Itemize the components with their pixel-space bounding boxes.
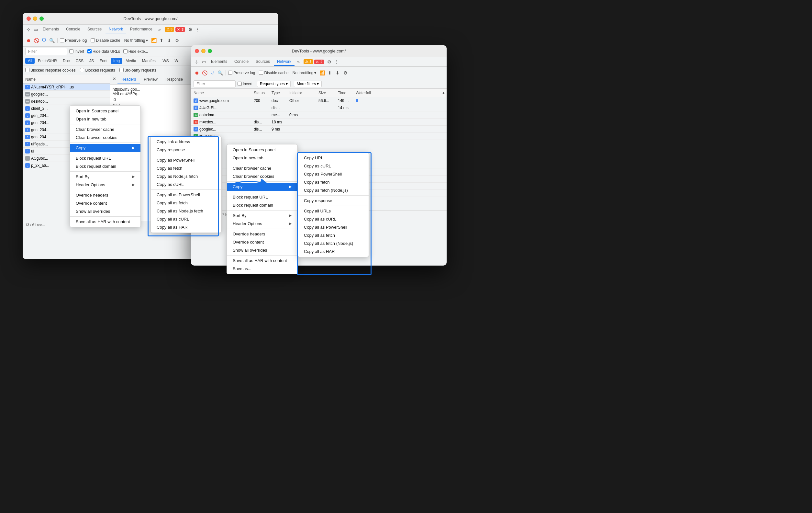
preserve-log-front[interactable]: Preserve log [228,71,255,75]
more-tabs-icon-back[interactable]: » [156,26,163,33]
invert-checkbox-back[interactable] [69,49,74,53]
tab-network-back[interactable]: Network [106,26,126,33]
menu-item-open-tab-front[interactable]: Open in new tab [227,154,297,162]
table-row[interactable]: — desktop... [23,98,110,105]
response-tab-back[interactable]: Response [162,75,187,84]
tab-performance-back[interactable]: Performance [127,26,156,33]
tab-console-front[interactable]: Console [231,58,252,66]
copy-response-back[interactable]: Copy response [151,146,221,154]
type-fetch-back[interactable]: Fetch/XHR [35,58,60,64]
type-doc-back[interactable]: Doc [60,58,72,64]
more-tabs-icon-front[interactable]: » [295,59,301,65]
copy-all-fetch-nodejs-front[interactable]: Copy all as fetch (Node.js) [298,239,369,247]
copy-fetch-front[interactable]: Copy as fetch [298,178,369,186]
copy-curl-front[interactable]: Copy as cURL [298,162,369,170]
menu-item-copy-back[interactable]: Copy ▶ [70,144,141,152]
search-icon-front[interactable]: 🔍 [217,70,223,76]
copy-all-fetch-front[interactable]: Copy all as fetch [298,231,369,239]
type-css-back[interactable]: CSS [73,58,86,64]
disable-cache-checkbox-front[interactable] [259,71,263,75]
close-button-front[interactable] [195,49,199,53]
copy-fetch-back[interactable]: Copy as fetch [151,164,221,172]
disable-cache-checkbox-back[interactable] [91,38,95,43]
settings-icon-front[interactable]: ⚙ [326,59,332,65]
menu-item-override-headers-front[interactable]: Override headers [227,230,297,238]
table-row[interactable]: d ANLem4YSR_cRPH...us [23,84,110,91]
wifi-icon-front[interactable]: 📶 [319,70,325,76]
more-icon-back[interactable]: ⋮ [194,26,201,33]
menu-item-save-har-back[interactable]: Save all as HAR with content [70,218,141,226]
tab-sources-front[interactable]: Sources [253,58,273,66]
record-icon-back[interactable]: ⏺ [25,37,32,44]
invert-checkbox-front[interactable] [237,82,242,86]
minimize-button-front[interactable] [201,49,205,53]
menu-item-sort-front[interactable]: Sort By ▶ [227,212,297,220]
more-filters-btn-front[interactable]: More filters ▾ [294,81,322,87]
copy-url-front[interactable]: Copy URL [298,154,369,162]
maximize-button-back[interactable] [39,17,44,21]
menu-item-show-overrides-front[interactable]: Show all overrides [227,246,297,254]
copy-all-har-front[interactable]: Copy all as HAR [298,247,369,255]
table-row[interactable]: d googlec... dis... 9 ms [191,126,446,133]
hide-external-back[interactable]: Hide exte... [123,49,148,54]
settings2-icon-front[interactable]: ⚙ [342,70,349,76]
menu-item-override-content-back[interactable]: Override content [70,199,141,207]
menu-item-header-options-back[interactable]: Header Options ▶ [70,181,141,189]
table-row[interactable]: f rs=AA2Y... [191,133,446,140]
device-icon-front[interactable]: ▭ [201,59,207,65]
search-icon-back[interactable]: 🔍 [49,37,55,44]
menu-item-open-sources-front[interactable]: Open in Sources panel [227,146,297,154]
preserve-log-back[interactable]: Preserve log [60,38,87,43]
menu-item-copy-front[interactable]: Copy ▶ [227,183,297,191]
copy-all-powershell-front[interactable]: Copy all as PowerShell [298,223,369,231]
record-icon-front[interactable]: ⏺ [194,70,200,76]
menu-item-save-as-front[interactable]: Save as... [227,265,297,273]
type-ws-back[interactable]: WS [160,58,171,64]
menu-item-save-har-front[interactable]: Save all as HAR with content [227,256,297,265]
table-row[interactable]: d 4UaGrEl... dis... 14 ms [191,104,446,111]
tab-sources-back[interactable]: Sources [84,26,105,33]
menu-item-show-overrides-back[interactable]: Show all overrides [70,207,141,215]
throttling-back[interactable]: No throttling ▾ [124,38,148,43]
menu-item-clear-cache-back[interactable]: Clear browser cache [70,125,141,133]
copy-all-urls-front[interactable]: Copy all URLs [298,207,369,215]
disable-cache-back[interactable]: Disable cache [91,38,120,43]
menu-item-block-domain-back[interactable]: Block request domain [70,162,141,170]
copy-all-har-back[interactable]: Copy all as HAR [151,223,221,231]
more-icon-front[interactable]: ⋮ [333,59,340,65]
copy-nodejs-back[interactable]: Copy as Node.js fetch [151,172,221,180]
copy-all-curl-front[interactable]: Copy all as cURL [298,215,369,223]
preserve-log-checkbox-back[interactable] [60,38,64,43]
tab-elements-back[interactable]: Elements [39,26,62,33]
menu-item-header-options-front[interactable]: Header Options ▶ [227,220,297,228]
type-all-back[interactable]: All [25,58,35,64]
filter-icon-front[interactable]: ⛉ [209,70,215,76]
third-party-checkbox-back[interactable] [119,68,124,72]
copy-curl-back[interactable]: Copy as cURL [151,180,221,188]
upload-icon-back[interactable]: ⬆ [158,37,165,44]
download-icon-front[interactable]: ⬇ [334,70,341,76]
tab-console-back[interactable]: Console [63,26,84,33]
blocked-cookies-checkbox-back[interactable] [25,68,29,72]
table-row[interactable]: 🖼 m=cdos... dis... 18 ms [191,118,446,126]
table-row[interactable]: — googlec... [23,91,110,98]
type-img-back[interactable]: Img [111,58,122,64]
filter-icon-back[interactable]: ⛉ [41,37,47,44]
menu-item-block-domain-front[interactable]: Block request domain [227,201,297,209]
tab-network-front[interactable]: Network [274,58,294,66]
third-party-back[interactable]: 3rd-party requests [119,68,156,73]
wifi-icon-back[interactable]: 📶 [150,37,157,44]
menu-item-clear-cookies-back[interactable]: Clear browser cookies [70,133,141,141]
blocked-cookies-back[interactable]: Blocked response cookies [25,68,76,73]
headers-tab-back[interactable]: Headers [117,75,140,84]
settings2-icon-back[interactable]: ⚙ [174,37,180,44]
hide-data-urls-back[interactable]: Hide data URLs [87,49,120,54]
copy-powershell-front[interactable]: Copy as PowerShell [298,170,369,178]
table-row[interactable]: 🖼 data:ima... me... 0 ms [191,111,446,118]
upload-icon-front[interactable]: ⬆ [326,70,333,76]
blocked-requests-back[interactable]: Blocked requests [80,68,115,73]
copy-all-nodejs-back[interactable]: Copy all as Node.js fetch [151,207,221,215]
table-row[interactable]: d www.google.com 200 doc Other 56.6... 1… [191,97,446,104]
copy-all-powershell-back[interactable]: Copy all as PowerShell [151,191,221,199]
copy-all-curl-back[interactable]: Copy all as cURL [151,215,221,223]
